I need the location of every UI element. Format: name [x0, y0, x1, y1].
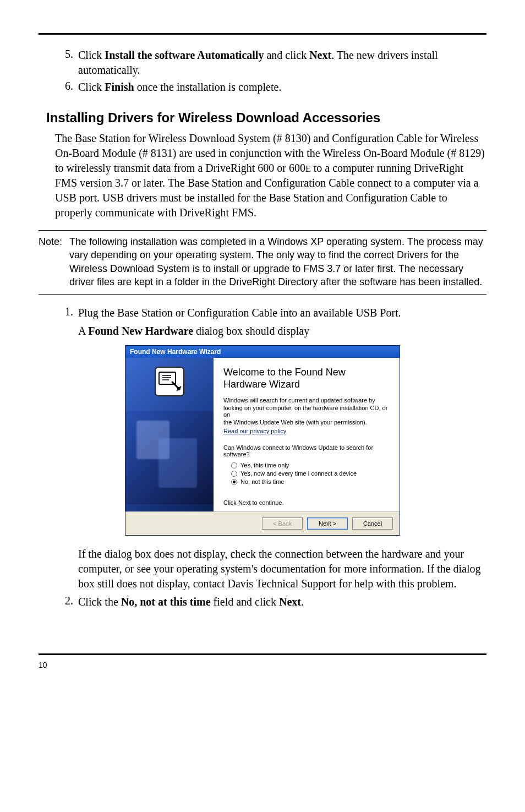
radio-label: Yes, this time only — [240, 462, 289, 468]
radio-icon — [231, 471, 237, 477]
step-5: 5. Click Install the software Automatica… — [65, 48, 486, 78]
page: 5. Click Install the software Automatica… — [0, 0, 525, 691]
note-rule-bottom — [39, 294, 486, 295]
radio-icon-selected — [231, 479, 237, 485]
wizard-body: Welcome to the Found New Hardware Wizard… — [125, 358, 400, 511]
wizard-screenshot: Found New Hardware Wizard — [39, 345, 486, 536]
radio-no[interactable]: No, not this time — [231, 478, 390, 485]
step-text: Click Finish once the installation is co… — [78, 80, 281, 95]
wizard-question: Can Windows connect to Windows Update to… — [223, 444, 390, 457]
ordered-list-top: 5. Click Install the software Automatica… — [39, 48, 486, 95]
wizard-heading: Welcome to the Found New Hardware Wizard — [223, 367, 390, 390]
hardware-icon — [155, 367, 184, 397]
step-1-sub: A Found New Hardware dialog box should d… — [78, 324, 486, 339]
next-button[interactable]: Next > — [307, 517, 348, 530]
note-text: The following installation was completed… — [69, 235, 486, 288]
step-number: 1. — [65, 306, 78, 320]
cancel-button[interactable]: Cancel — [352, 517, 393, 530]
wizard-continue-text: Click Next to continue. — [223, 499, 390, 506]
page-number: 10 — [39, 661, 486, 669]
back-button: < Back — [262, 517, 303, 530]
wizard-main: Welcome to the Found New Hardware Wizard… — [214, 358, 400, 511]
step-text: Click Install the software Automatically… — [78, 48, 486, 78]
wizard-titlebar: Found New Hardware Wizard — [125, 346, 400, 358]
step-1: 1. Plug the Base Station or Configuratio… — [65, 306, 486, 320]
ordered-list-cont: 2. Click the No, not at this time field … — [39, 595, 486, 609]
wizard-dialog: Found New Hardware Wizard — [125, 345, 400, 536]
footer-rule — [39, 653, 486, 655]
followup-paragraph: If the dialog box does not display, chec… — [78, 547, 486, 591]
step-text: Plug the Base Station or Configuration C… — [78, 306, 401, 320]
step-2: 2. Click the No, not at this time field … — [65, 595, 486, 609]
wizard-desc-line: Windows will search for current and upda… — [223, 397, 390, 404]
radio-yes-once[interactable]: Yes, this time only — [231, 462, 390, 468]
step-text: Click the No, not at this time field and… — [78, 595, 304, 609]
intro-paragraph: The Base Station for Wireless Download S… — [55, 131, 486, 220]
note-block: Note: The following installation was com… — [39, 231, 486, 294]
step-6: 6. Click Finish once the installation is… — [65, 80, 486, 95]
step-number: 6. — [65, 80, 78, 95]
svg-point-2 — [177, 387, 181, 390]
wizard-desc-line: looking on your computer, on the hardwar… — [223, 405, 390, 418]
wizard-desc-line: the Windows Update Web site (with your p… — [223, 419, 390, 426]
section-heading: Installing Drivers for Wireless Download… — [46, 110, 486, 126]
step-number: 5. — [65, 48, 78, 78]
step-number: 2. — [65, 595, 78, 609]
note-label: Note: — [39, 235, 69, 288]
radio-yes-always[interactable]: Yes, now and every time I connect a devi… — [231, 470, 390, 477]
radio-icon — [231, 462, 237, 468]
wizard-button-row: < Back Next > Cancel — [125, 511, 400, 535]
sidebar-image — [125, 411, 214, 504]
radio-label: Yes, now and every time I connect a devi… — [240, 470, 357, 477]
privacy-link[interactable]: Read our privacy policy — [223, 428, 286, 434]
ordered-list-main: 1. Plug the Base Station or Configuratio… — [39, 306, 486, 320]
top-rule — [39, 33, 486, 35]
wizard-sidebar — [125, 358, 214, 511]
radio-label: No, not this time — [240, 478, 284, 485]
